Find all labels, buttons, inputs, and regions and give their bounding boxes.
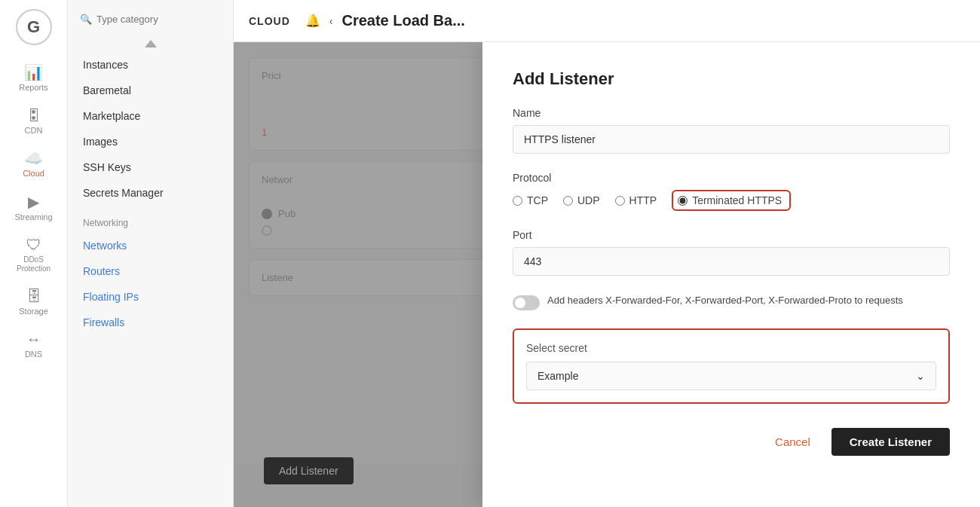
select-secret-box: Select secret Example ⌄ [513, 328, 950, 404]
subnav-item-routers[interactable]: Routers [68, 258, 233, 284]
subnav-item-baremetal[interactable]: Baremetal [68, 78, 233, 103]
dns-icon: ↔ [26, 331, 41, 347]
sidebar-item-reports[interactable]: 📊 Reports [0, 57, 67, 100]
forwarded-label: Add headers X-Forwarded-For, X-Forwarded… [547, 294, 903, 307]
http-radio[interactable] [615, 196, 625, 206]
cdn-icon: 🎛 [26, 108, 41, 123]
subnav-item-floating-ips[interactable]: Floating IPs [68, 284, 233, 310]
search-input[interactable] [96, 14, 221, 25]
topbar: CLOUD 🔔 ‹ Create Load Ba... [234, 0, 980, 42]
sidebar-item-cloud[interactable]: ☁️ Cloud [0, 143, 67, 186]
protocol-field-group: Protocol TCP UDP HTTP [513, 172, 950, 211]
protocol-label: Protocol [513, 172, 950, 184]
select-secret-value: Example [537, 370, 578, 382]
port-input[interactable] [513, 247, 950, 276]
udp-label: UDP [577, 194, 600, 206]
storage-icon: 🗄 [26, 289, 41, 304]
app-logo[interactable]: G [16, 9, 52, 45]
toggle-track [513, 295, 540, 310]
subnav-item-networks[interactable]: Networks [68, 233, 233, 258]
chevron-down-icon: ⌄ [916, 370, 925, 382]
tcp-radio[interactable] [513, 196, 522, 206]
subnav-panel: 🔍 Instances Baremetal Marketplace Images… [68, 0, 234, 507]
sidebar-item-dns[interactable]: ↔ DNS [0, 324, 67, 367]
protocol-http[interactable]: HTTP [615, 194, 657, 206]
subnav-item-images[interactable]: Images [68, 129, 233, 154]
http-label: HTTP [629, 194, 657, 206]
protocol-terminated-https[interactable]: Terminated HTTPS [672, 190, 791, 211]
modal-overlay: Add Listener Name Protocol TCP [234, 42, 980, 507]
search-icon: 🔍 [80, 14, 92, 25]
sidebar-item-label: Storage [19, 307, 48, 316]
name-field-group: Name [513, 107, 950, 154]
terminated-https-label: Terminated HTTPS [692, 194, 782, 206]
scroll-up-indicator [145, 40, 157, 47]
protocol-udp[interactable]: UDP [563, 194, 600, 206]
subnav-item-marketplace[interactable]: Marketplace [68, 103, 233, 129]
sidebar: G 📊 Reports 🎛 CDN ☁️ Cloud ▶ Streaming 🛡… [0, 0, 68, 507]
sidebar-item-ddos[interactable]: 🛡 DDoS Protection [0, 230, 67, 281]
page-title: Create Load Ba... [341, 12, 464, 29]
forwarded-headers-row: Add headers X-Forwarded-For, X-Forwarded… [513, 294, 950, 310]
select-secret-label: Select secret [526, 342, 936, 354]
tcp-label: TCP [527, 194, 548, 206]
forwarded-toggle[interactable] [513, 295, 540, 310]
select-secret-dropdown[interactable]: Example ⌄ [526, 362, 936, 390]
add-listener-modal: Add Listener Name Protocol TCP [482, 42, 980, 507]
protocol-radio-group: TCP UDP HTTP Terminated HTTPS [513, 190, 950, 211]
udp-radio[interactable] [563, 196, 573, 206]
name-label: Name [513, 107, 950, 119]
subnav-item-firewalls[interactable]: Firewalls [68, 310, 233, 335]
sidebar-item-label: Cloud [23, 169, 44, 179]
main-content: CLOUD 🔔 ‹ Create Load Ba... Prici 1 Netw… [234, 0, 980, 507]
modal-title: Add Listener [513, 69, 950, 89]
protocol-tcp[interactable]: TCP [513, 194, 548, 206]
sidebar-item-label: CDN [25, 126, 43, 136]
reports-icon: 📊 [24, 65, 43, 80]
subnav-item-secrets-manager[interactable]: Secrets Manager [68, 180, 233, 206]
cloud-section-label: CLOUD [249, 15, 290, 27]
category-search[interactable]: 🔍 [68, 9, 233, 35]
collapse-icon[interactable]: ‹ [329, 15, 333, 27]
networking-section-title: Networking [68, 206, 233, 233]
subnav-item-instances[interactable]: Instances [68, 52, 233, 78]
port-field-group: Port [513, 229, 950, 276]
cloud-icon: ☁️ [24, 151, 43, 166]
name-input[interactable] [513, 125, 950, 154]
modal-footer: Cancel Create Listener [513, 428, 950, 456]
sidebar-item-label: Streaming [14, 212, 52, 222]
sidebar-item-storage[interactable]: 🗄 Storage [0, 281, 67, 324]
subnav-item-ssh-keys[interactable]: SSH Keys [68, 154, 233, 180]
sidebar-item-label: Reports [19, 83, 48, 93]
notifications-icon[interactable]: 🔔 [305, 14, 320, 28]
create-listener-button[interactable]: Create Listener [831, 428, 950, 456]
port-label: Port [513, 229, 950, 241]
cancel-button[interactable]: Cancel [766, 429, 819, 454]
sidebar-item-streaming[interactable]: ▶ Streaming [0, 187, 67, 230]
ddos-icon: 🛡 [26, 237, 41, 252]
streaming-icon: ▶ [28, 194, 39, 209]
terminated-https-radio[interactable] [678, 196, 688, 206]
sidebar-item-label: DDoS Protection [6, 255, 61, 273]
sidebar-item-cdn[interactable]: 🎛 CDN [0, 100, 67, 143]
sidebar-item-label: DNS [25, 350, 42, 359]
